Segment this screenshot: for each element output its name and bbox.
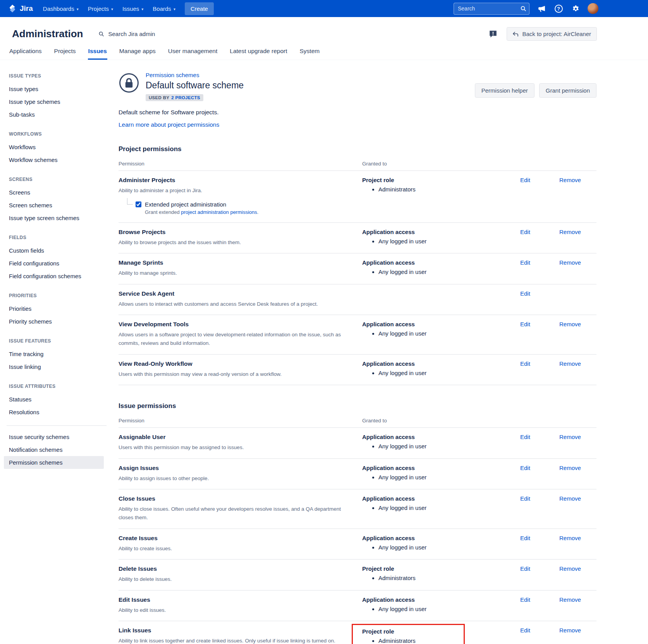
- remove-link[interactable]: Remove: [559, 535, 581, 541]
- sidebar-item-priorities[interactable]: Priorities: [9, 302, 105, 315]
- edit-link[interactable]: Edit: [520, 177, 530, 183]
- sidebar-item-issue-type-screen-schemes[interactable]: Issue type screen schemes: [9, 212, 105, 224]
- edit-link[interactable]: Edit: [520, 259, 530, 266]
- edit-link[interactable]: Edit: [520, 434, 530, 440]
- edit-link[interactable]: Edit: [520, 627, 530, 634]
- sidebar-item-issue-security-schemes[interactable]: Issue security schemes: [4, 430, 104, 443]
- sidebar-item-issue-types[interactable]: Issue types: [9, 83, 105, 95]
- permission-row-browse-projects: Browse ProjectsAbility to browse project…: [119, 223, 596, 254]
- remove-link[interactable]: Remove: [559, 627, 581, 634]
- granted-content: Application accessAny logged in user: [362, 465, 520, 480]
- edit-link[interactable]: Edit: [520, 229, 530, 235]
- sidebar-item-workflow-schemes[interactable]: Workflow schemes: [9, 153, 105, 166]
- granted-type: Application access: [362, 229, 520, 235]
- edit-link[interactable]: Edit: [520, 290, 530, 297]
- permission-row-service-desk-agent: Service Desk AgentAllows users to intera…: [119, 284, 596, 315]
- grant-permission-button[interactable]: Grant permission: [539, 83, 596, 98]
- navbar-search-input[interactable]: [454, 3, 529, 15]
- action-cell: Edit: [520, 565, 559, 572]
- permission-cell: Assign IssuesAbility to assign issues to…: [119, 465, 362, 483]
- tab-user-management[interactable]: User management: [168, 45, 218, 60]
- extended-admin-row: Extended project administration: [119, 201, 362, 208]
- edit-link[interactable]: Edit: [520, 495, 530, 502]
- sidebar-section-heading-issue-attributes: ISSUE ATTRIBUTES: [9, 384, 105, 389]
- edit-link[interactable]: Edit: [520, 535, 530, 541]
- permission-description: Ability to manage sprints.: [119, 269, 362, 277]
- navbar-item-boards[interactable]: Boards▾: [148, 3, 180, 15]
- granted-list: Any logged in user: [362, 473, 520, 480]
- granted-list: Any logged in user: [362, 369, 520, 376]
- tab-manage-apps[interactable]: Manage apps: [119, 45, 156, 60]
- sidebar-item-sub-tasks[interactable]: Sub-tasks: [9, 108, 105, 121]
- remove-link[interactable]: Remove: [559, 596, 581, 603]
- chevron-down-icon: ▾: [141, 7, 143, 11]
- permission-cell: Manage SprintsAbility to manage sprints.: [119, 259, 362, 277]
- action-cell: Edit: [520, 360, 559, 367]
- remove-link[interactable]: Remove: [559, 177, 581, 183]
- used-by-projects-link[interactable]: 2 PROJECTS: [171, 95, 200, 100]
- edit-link[interactable]: Edit: [520, 321, 530, 327]
- remove-link[interactable]: Remove: [559, 434, 581, 440]
- remove-link[interactable]: Remove: [559, 321, 581, 327]
- breadcrumb-permission-schemes[interactable]: Permission schemes: [146, 72, 244, 78]
- remove-link[interactable]: Remove: [559, 360, 581, 367]
- chevron-down-icon: ▾: [111, 7, 113, 11]
- remove-link[interactable]: Remove: [559, 465, 581, 471]
- sidebar-item-screen-schemes[interactable]: Screen schemes: [9, 199, 105, 212]
- granted-cell: Application accessAny logged in user: [362, 229, 520, 245]
- sidebar-item-statuses[interactable]: Statuses: [9, 393, 105, 406]
- edit-link[interactable]: Edit: [520, 465, 530, 471]
- admin-header-left: Administration: [12, 28, 189, 40]
- action-cell: Remove: [559, 627, 596, 634]
- remove-link[interactable]: Remove: [559, 565, 581, 572]
- jira-logo[interactable]: Jira: [5, 4, 38, 13]
- action-cell: Remove: [559, 434, 596, 441]
- action-cell: Edit: [520, 229, 559, 236]
- user-avatar[interactable]: [588, 3, 598, 14]
- remove-link[interactable]: Remove: [559, 259, 581, 266]
- admin-search-input[interactable]: [107, 30, 189, 38]
- project-admin-permissions-link[interactable]: project administration permissions: [181, 209, 257, 215]
- extended-admin-checkbox[interactable]: [136, 201, 141, 207]
- settings-gear-icon[interactable]: [571, 3, 581, 14]
- edit-link[interactable]: Edit: [520, 596, 530, 603]
- remove-link[interactable]: Remove: [559, 229, 581, 235]
- sidebar-item-screens[interactable]: Screens: [9, 186, 105, 199]
- permission-helper-button[interactable]: Permission helper: [475, 83, 535, 98]
- help-icon[interactable]: ?: [553, 3, 564, 14]
- sidebar-item-permission-schemes[interactable]: Permission schemes: [4, 456, 104, 469]
- tab-projects[interactable]: Projects: [54, 45, 76, 60]
- back-to-project-button[interactable]: Back to project: AirCleaner: [507, 27, 597, 41]
- granted-content: Project roleAdministrators: [362, 565, 520, 581]
- sidebar-item-issue-linking[interactable]: Issue linking: [9, 360, 105, 373]
- tab-latest-upgrade-report[interactable]: Latest upgrade report: [229, 45, 287, 60]
- announcement-icon[interactable]: [536, 3, 547, 14]
- edit-link[interactable]: Edit: [520, 360, 530, 367]
- navbar-right: ?: [454, 3, 598, 15]
- tab-issues[interactable]: Issues: [88, 45, 107, 60]
- sidebar-item-field-configuration-schemes[interactable]: Field configuration schemes: [9, 270, 105, 282]
- granted-type: Application access: [362, 596, 520, 603]
- navbar-item-dashboards[interactable]: Dashboards▾: [38, 3, 83, 15]
- navbar-item-projects[interactable]: Projects▾: [83, 3, 118, 15]
- scheme-description: Default scheme for Software projects.: [119, 109, 596, 116]
- sidebar-item-notification-schemes[interactable]: Notification schemes: [4, 443, 104, 456]
- action-cell: Remove: [559, 596, 596, 603]
- sidebar-item-custom-fields[interactable]: Custom fields: [9, 244, 105, 257]
- permission-name: Manage Sprints: [119, 259, 362, 266]
- learn-more-link[interactable]: Learn more about project permissions: [119, 121, 219, 128]
- create-button[interactable]: Create: [185, 2, 214, 15]
- navbar-item-issues[interactable]: Issues▾: [118, 3, 148, 15]
- tab-applications[interactable]: Applications: [9, 45, 42, 60]
- sidebar-item-priority-schemes[interactable]: Priority schemes: [9, 315, 105, 328]
- sidebar-item-resolutions[interactable]: Resolutions: [9, 406, 105, 418]
- sidebar-item-workflows[interactable]: Workflows: [9, 141, 105, 153]
- remove-link[interactable]: Remove: [559, 495, 581, 502]
- edit-link[interactable]: Edit: [520, 565, 530, 572]
- feedback-icon[interactable]: [489, 30, 497, 38]
- sidebar-item-field-configurations[interactable]: Field configurations: [9, 257, 105, 270]
- sidebar-item-time-tracking[interactable]: Time tracking: [9, 348, 105, 360]
- sidebar-item-issue-type-schemes[interactable]: Issue type schemes: [9, 95, 105, 108]
- tab-system[interactable]: System: [299, 45, 320, 60]
- granted-type: Application access: [362, 360, 520, 367]
